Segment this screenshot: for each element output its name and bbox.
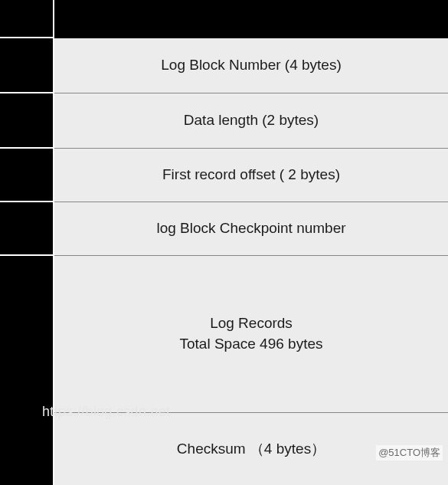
field-checkpoint-number: log Block Checkpoint number bbox=[54, 202, 448, 256]
log-records-line2: Total Space 496 bytes bbox=[180, 334, 323, 355]
log-block-diagram: Log Block Number (4 bytes) Data length (… bbox=[0, 0, 448, 485]
left-cell bbox=[0, 413, 54, 485]
field-checksum: Checksum （4 bytes） bbox=[54, 413, 448, 485]
row-log-records: Log Records Total Space 496 bytes bbox=[0, 256, 448, 413]
field-log-block-number: Log Block Number (4 bytes) bbox=[54, 38, 448, 93]
header-row bbox=[0, 0, 448, 38]
field-data-length: Data length (2 bytes) bbox=[54, 93, 448, 149]
left-cell bbox=[0, 256, 54, 413]
row-checksum: Checksum （4 bytes） bbox=[0, 413, 448, 485]
row-log-block-number: Log Block Number (4 bytes) bbox=[0, 38, 448, 93]
row-data-length: Data length (2 bytes) bbox=[0, 93, 448, 149]
left-cell bbox=[0, 149, 54, 202]
left-cell bbox=[0, 202, 54, 256]
field-log-records: Log Records Total Space 496 bytes bbox=[54, 256, 448, 413]
header-right-cell bbox=[54, 0, 448, 38]
left-cell bbox=[0, 93, 54, 149]
field-first-record-offset: First record offset ( 2 bytes) bbox=[54, 149, 448, 202]
log-records-line1: Log Records bbox=[210, 313, 293, 334]
header-left-cell bbox=[0, 0, 54, 38]
row-first-record-offset: First record offset ( 2 bytes) bbox=[0, 149, 448, 202]
row-checkpoint-number: log Block Checkpoint number bbox=[0, 202, 448, 256]
left-cell bbox=[0, 38, 54, 93]
